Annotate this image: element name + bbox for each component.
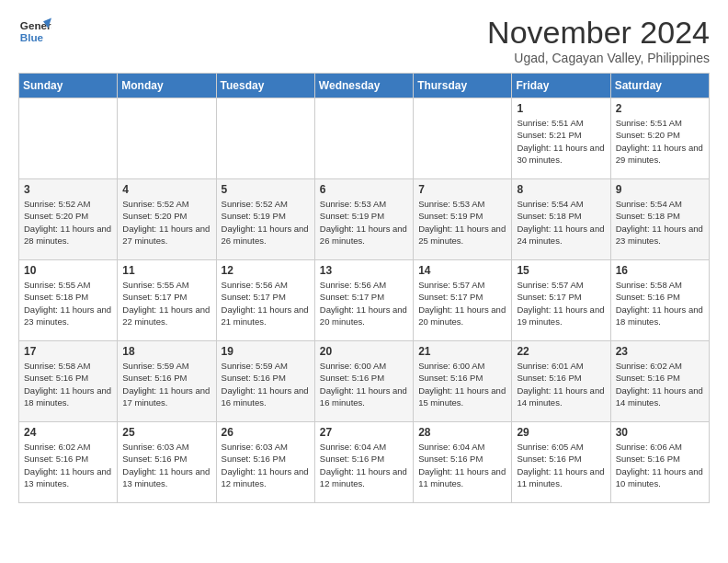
- weekday-header-sunday: Sunday: [19, 74, 118, 98]
- calendar-day-cell: 3Sunrise: 5:52 AM Sunset: 5:20 PM Daylig…: [19, 179, 118, 260]
- day-number: 3: [24, 183, 112, 196]
- day-info: Sunrise: 6:04 AM Sunset: 5:16 PM Dayligh…: [418, 441, 506, 489]
- weekday-header-saturday: Saturday: [610, 74, 709, 98]
- day-info: Sunrise: 6:04 AM Sunset: 5:16 PM Dayligh…: [320, 441, 408, 489]
- day-info: Sunrise: 6:00 AM Sunset: 5:16 PM Dayligh…: [418, 360, 506, 408]
- calendar-day-cell: 2Sunrise: 5:51 AM Sunset: 5:20 PM Daylig…: [610, 98, 709, 179]
- day-info: Sunrise: 6:00 AM Sunset: 5:16 PM Dayligh…: [320, 360, 408, 408]
- calendar-day-cell: 4Sunrise: 5:52 AM Sunset: 5:20 PM Daylig…: [118, 179, 216, 260]
- calendar-day-cell: 19Sunrise: 5:59 AM Sunset: 5:16 PM Dayli…: [216, 341, 314, 422]
- day-info: Sunrise: 5:51 AM Sunset: 5:20 PM Dayligh…: [616, 117, 704, 166]
- calendar-day-cell: 29Sunrise: 6:05 AM Sunset: 5:16 PM Dayli…: [512, 422, 610, 503]
- svg-text:Blue: Blue: [20, 31, 44, 43]
- calendar-day-cell: 28Sunrise: 6:04 AM Sunset: 5:16 PM Dayli…: [414, 422, 512, 503]
- weekday-header-tuesday: Tuesday: [216, 74, 314, 98]
- weekday-header-wednesday: Wednesday: [314, 74, 413, 98]
- calendar-week-row: 24Sunrise: 6:02 AM Sunset: 5:16 PM Dayli…: [19, 422, 710, 503]
- logo: General Blue: [18, 15, 51, 48]
- day-number: 27: [320, 426, 408, 439]
- day-number: 24: [24, 426, 112, 439]
- calendar-week-row: 1Sunrise: 5:51 AM Sunset: 5:21 PM Daylig…: [19, 98, 710, 179]
- calendar-day-cell: 6Sunrise: 5:53 AM Sunset: 5:19 PM Daylig…: [314, 179, 413, 260]
- calendar-day-cell: 9Sunrise: 5:54 AM Sunset: 5:18 PM Daylig…: [610, 179, 709, 260]
- day-number: 19: [222, 345, 310, 358]
- day-number: 20: [320, 345, 408, 358]
- calendar-day-cell: 23Sunrise: 6:02 AM Sunset: 5:16 PM Dayli…: [610, 341, 709, 422]
- day-number: 15: [517, 264, 605, 277]
- day-info: Sunrise: 5:57 AM Sunset: 5:17 PM Dayligh…: [418, 279, 506, 327]
- calendar-day-cell: 8Sunrise: 5:54 AM Sunset: 5:18 PM Daylig…: [512, 179, 610, 260]
- calendar-day-cell: 27Sunrise: 6:04 AM Sunset: 5:16 PM Dayli…: [314, 422, 413, 503]
- calendar-day-cell: 25Sunrise: 6:03 AM Sunset: 5:16 PM Dayli…: [118, 422, 216, 503]
- calendar-day-cell: 7Sunrise: 5:53 AM Sunset: 5:19 PM Daylig…: [414, 179, 512, 260]
- day-number: 12: [222, 264, 310, 277]
- calendar-day-cell: 1Sunrise: 5:51 AM Sunset: 5:21 PM Daylig…: [512, 98, 610, 179]
- calendar-day-cell: [216, 98, 314, 179]
- calendar-day-cell: 24Sunrise: 6:02 AM Sunset: 5:16 PM Dayli…: [19, 422, 118, 503]
- calendar-table: SundayMondayTuesdayWednesdayThursdayFrid…: [18, 73, 710, 503]
- day-info: Sunrise: 5:59 AM Sunset: 5:16 PM Dayligh…: [222, 360, 310, 408]
- day-number: 11: [122, 264, 210, 277]
- calendar-day-cell: 18Sunrise: 5:59 AM Sunset: 5:16 PM Dayli…: [118, 341, 216, 422]
- day-info: Sunrise: 5:54 AM Sunset: 5:18 PM Dayligh…: [616, 198, 704, 247]
- location-subtitle: Ugad, Cagayan Valley, Philippines: [487, 51, 710, 65]
- calendar-day-cell: [19, 98, 118, 179]
- calendar-day-cell: 13Sunrise: 5:56 AM Sunset: 5:17 PM Dayli…: [314, 260, 413, 341]
- weekday-header-row: SundayMondayTuesdayWednesdayThursdayFrid…: [19, 74, 710, 98]
- day-number: 7: [418, 183, 506, 196]
- calendar-day-cell: 14Sunrise: 5:57 AM Sunset: 5:17 PM Dayli…: [414, 260, 512, 341]
- day-info: Sunrise: 5:58 AM Sunset: 5:16 PM Dayligh…: [24, 360, 112, 408]
- day-number: 25: [122, 426, 210, 439]
- calendar-day-cell: 21Sunrise: 6:00 AM Sunset: 5:16 PM Dayli…: [414, 341, 512, 422]
- page-header: General Blue November 2024 Ugad, Cagayan…: [18, 15, 710, 65]
- day-number: 6: [320, 183, 408, 196]
- day-number: 16: [616, 264, 704, 277]
- day-number: 2: [616, 102, 704, 115]
- day-number: 30: [616, 426, 704, 439]
- weekday-header-monday: Monday: [118, 74, 216, 98]
- day-info: Sunrise: 5:54 AM Sunset: 5:18 PM Dayligh…: [517, 198, 605, 247]
- calendar-day-cell: 15Sunrise: 5:57 AM Sunset: 5:17 PM Dayli…: [512, 260, 610, 341]
- day-info: Sunrise: 6:01 AM Sunset: 5:16 PM Dayligh…: [517, 360, 605, 408]
- day-number: 23: [616, 345, 704, 358]
- day-number: 17: [24, 345, 112, 358]
- calendar-day-cell: 20Sunrise: 6:00 AM Sunset: 5:16 PM Dayli…: [314, 341, 413, 422]
- day-info: Sunrise: 5:55 AM Sunset: 5:18 PM Dayligh…: [24, 279, 112, 327]
- calendar-day-cell: [118, 98, 216, 179]
- day-info: Sunrise: 6:06 AM Sunset: 5:16 PM Dayligh…: [616, 441, 704, 489]
- day-info: Sunrise: 6:05 AM Sunset: 5:16 PM Dayligh…: [517, 441, 605, 489]
- day-info: Sunrise: 6:02 AM Sunset: 5:16 PM Dayligh…: [24, 441, 112, 489]
- day-number: 5: [222, 183, 310, 196]
- calendar-week-row: 10Sunrise: 5:55 AM Sunset: 5:18 PM Dayli…: [19, 260, 710, 341]
- logo-icon: General Blue: [18, 15, 51, 48]
- calendar-day-cell: [314, 98, 413, 179]
- calendar-day-cell: 17Sunrise: 5:58 AM Sunset: 5:16 PM Dayli…: [19, 341, 118, 422]
- day-number: 22: [517, 345, 605, 358]
- calendar-week-row: 3Sunrise: 5:52 AM Sunset: 5:20 PM Daylig…: [19, 179, 710, 260]
- day-number: 29: [517, 426, 605, 439]
- day-number: 14: [418, 264, 506, 277]
- month-title: November 2024: [487, 15, 710, 51]
- day-info: Sunrise: 6:03 AM Sunset: 5:16 PM Dayligh…: [122, 441, 210, 489]
- calendar-day-cell: 12Sunrise: 5:56 AM Sunset: 5:17 PM Dayli…: [216, 260, 314, 341]
- day-info: Sunrise: 5:51 AM Sunset: 5:21 PM Dayligh…: [517, 117, 605, 166]
- calendar-day-cell: [414, 98, 512, 179]
- day-info: Sunrise: 5:53 AM Sunset: 5:19 PM Dayligh…: [418, 198, 506, 247]
- weekday-header-thursday: Thursday: [414, 74, 512, 98]
- day-info: Sunrise: 6:02 AM Sunset: 5:16 PM Dayligh…: [616, 360, 704, 408]
- day-number: 28: [418, 426, 506, 439]
- calendar-day-cell: 5Sunrise: 5:52 AM Sunset: 5:19 PM Daylig…: [216, 179, 314, 260]
- day-info: Sunrise: 5:59 AM Sunset: 5:16 PM Dayligh…: [122, 360, 210, 408]
- calendar-day-cell: 11Sunrise: 5:55 AM Sunset: 5:17 PM Dayli…: [118, 260, 216, 341]
- day-info: Sunrise: 6:03 AM Sunset: 5:16 PM Dayligh…: [222, 441, 310, 489]
- day-number: 4: [122, 183, 210, 196]
- day-number: 8: [517, 183, 605, 196]
- day-info: Sunrise: 5:56 AM Sunset: 5:17 PM Dayligh…: [320, 279, 408, 327]
- title-block: November 2024 Ugad, Cagayan Valley, Phil…: [487, 15, 710, 65]
- day-number: 13: [320, 264, 408, 277]
- day-number: 18: [122, 345, 210, 358]
- day-number: 26: [222, 426, 310, 439]
- day-info: Sunrise: 5:58 AM Sunset: 5:16 PM Dayligh…: [616, 279, 704, 327]
- day-number: 10: [24, 264, 112, 277]
- day-info: Sunrise: 5:57 AM Sunset: 5:17 PM Dayligh…: [517, 279, 605, 327]
